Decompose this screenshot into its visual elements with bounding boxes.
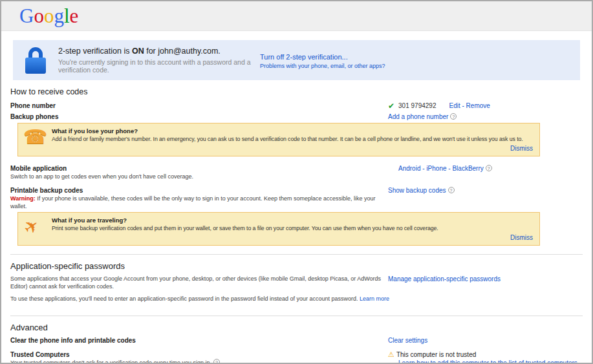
traveling-body: Print some backup verification codes and… [52, 224, 533, 232]
printable-codes-label: Printable backup codes [10, 186, 388, 195]
add-phone-number-link[interactable]: Add a phone number [388, 113, 448, 120]
logo-letter: e [70, 5, 79, 27]
printable-codes-description: Warning: If your phone is unavailable, t… [10, 195, 388, 210]
turn-off-2sv-link[interactable]: Turn off 2-step verification... [260, 53, 385, 61]
app-passwords-para2: To use these applications, you'll need t… [10, 295, 392, 303]
mobile-application-description: Switch to an app to get codes even when … [10, 173, 388, 180]
section-divider [10, 316, 583, 316]
android-link[interactable]: Android [398, 165, 420, 172]
airplane-icon: ✈ [23, 216, 52, 242]
problems-link[interactable]: Problems with your phone, email, or othe… [260, 63, 385, 69]
dismiss-traveling-link[interactable]: Dismiss [510, 234, 533, 241]
trusted-computers-row: Trusted Computers Your trusted computers… [10, 350, 583, 364]
mobile-application-label: Mobile application [10, 164, 388, 173]
trusted-computers-label: Trusted Computers [10, 350, 388, 359]
main-content: How to receive codes Phone number ✔ 301 … [1, 87, 592, 364]
link-separator: - [462, 102, 464, 109]
traveling-title: What if you are traveling? [52, 216, 533, 224]
backup-phones-row: Backup phones Add a phone number? [10, 112, 583, 121]
phone-number-row: Phone number ✔ 301 9794292 Edit - Remove [10, 102, 583, 110]
logo-letter: o [44, 5, 54, 27]
app-passwords-para1: Some applications that access your Googl… [10, 275, 392, 290]
learn-more-link[interactable]: Learn more [360, 295, 389, 302]
phone-number-value: 301 9794292 [398, 102, 436, 110]
iphone-link[interactable]: iPhone [426, 165, 446, 172]
telephone-icon: ☎ [23, 127, 52, 153]
warning-icon: ⚠ [388, 350, 394, 358]
banner-title-prefix: 2-step verification is [58, 47, 129, 56]
printable-codes-row: Printable backup codes Warning: If your … [10, 186, 583, 210]
logo-letter: l [64, 5, 70, 27]
blackberry-link[interactable]: BlackBerry [452, 165, 483, 172]
status-banner: 2-step verification is ON for john@authy… [13, 40, 580, 80]
banner-subtitle: You're currently signing in to this acco… [58, 58, 252, 74]
lose-phone-notice: ☎ What if you lose your phone? Add a fri… [17, 123, 540, 156]
lose-phone-title: What if you lose your phone? [52, 127, 533, 135]
banner-title: 2-step verification is ON for john@authy… [58, 47, 252, 56]
trusted-computers-description: Your trusted computers don't ask for a v… [10, 359, 388, 364]
help-icon[interactable]: ? [448, 187, 455, 193]
clear-settings-link[interactable]: Clear settings [388, 337, 427, 344]
lose-phone-body: Add a friend or family member's number. … [52, 135, 533, 143]
show-backup-codes-link[interactable]: Show backup codes [388, 187, 446, 194]
banner-text: 2-step verification is ON for john@authy… [58, 47, 252, 74]
lock-icon [25, 46, 49, 74]
logo-letter: g [54, 5, 64, 27]
link-separator: - [448, 165, 450, 172]
dismiss-lose-phone-link[interactable]: Dismiss [510, 145, 533, 152]
clear-phone-info-label: Clear the phone info and printable codes [10, 336, 388, 345]
help-icon[interactable]: ? [213, 359, 220, 364]
traveling-notice: ✈ What if you are traveling? Print some … [17, 212, 540, 246]
backup-phones-label: Backup phones [10, 112, 388, 121]
banner-title-suffix: for john@authy.com. [146, 47, 221, 56]
learn-add-trusted-link[interactable]: Learn how to add this computer to the li… [388, 359, 583, 364]
page-header: Google [1, 1, 592, 31]
help-icon[interactable]: ? [450, 113, 457, 120]
banner-links: Turn off 2-step verification... Problems… [260, 52, 385, 69]
logo-letter: G [19, 5, 34, 27]
remove-phone-link[interactable]: Remove [466, 102, 490, 109]
clear-settings-row: Clear the phone info and printable codes… [10, 336, 583, 345]
app-passwords-row: Some applications that access your Googl… [10, 275, 583, 307]
not-trusted-status: ⚠ This computer is not trusted [388, 350, 583, 359]
logo-letter: o [34, 5, 44, 27]
mobile-application-row: Mobile application Switch to an app to g… [10, 164, 583, 180]
check-icon: ✔ [388, 102, 394, 110]
manage-app-passwords-link[interactable]: Manage application-specific passwords [388, 275, 501, 283]
advanced-heading: Advanced [10, 322, 583, 333]
section-divider [10, 254, 583, 255]
google-logo[interactable]: Google [19, 6, 78, 26]
help-icon[interactable]: ? [486, 165, 492, 171]
app-passwords-heading: Application-specific passwords [10, 261, 583, 272]
link-separator: - [422, 165, 424, 172]
banner-on-status: ON [132, 47, 144, 56]
phone-number-label: Phone number [10, 102, 388, 110]
warning-label: Warning: [10, 195, 36, 202]
receive-codes-heading: How to receive codes [10, 87, 583, 97]
google-2sv-settings-page: Google 2-step verification is ON for joh… [0, 0, 593, 364]
edit-phone-link[interactable]: Edit [449, 102, 460, 109]
